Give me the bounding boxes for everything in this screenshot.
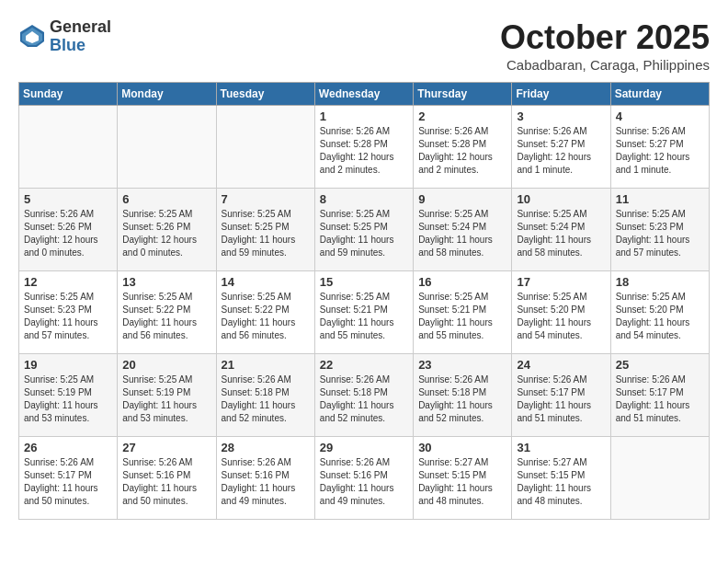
day-info: Sunrise: 5:26 AM Sunset: 5:16 PM Dayligh… xyxy=(320,456,408,508)
day-info: Sunrise: 5:25 AM Sunset: 5:24 PM Dayligh… xyxy=(517,208,605,259)
logo-icon xyxy=(18,23,46,51)
calendar-cell: 19Sunrise: 5:25 AM Sunset: 5:19 PM Dayli… xyxy=(19,354,118,437)
day-info: Sunrise: 5:26 AM Sunset: 5:16 PM Dayligh… xyxy=(122,456,210,508)
week-row-2: 5Sunrise: 5:26 AM Sunset: 5:26 PM Daylig… xyxy=(19,189,710,271)
week-row-1: 1Sunrise: 5:26 AM Sunset: 5:28 PM Daylig… xyxy=(19,106,710,189)
weekday-header-wednesday: Wednesday xyxy=(314,83,413,106)
calendar-cell: 24Sunrise: 5:26 AM Sunset: 5:17 PM Dayli… xyxy=(512,354,610,437)
calendar-cell: 8Sunrise: 5:25 AM Sunset: 5:25 PM Daylig… xyxy=(314,189,413,271)
logo-blue: Blue xyxy=(50,37,111,55)
day-info: Sunrise: 5:25 AM Sunset: 5:24 PM Dayligh… xyxy=(418,208,506,259)
calendar-table: SundayMondayTuesdayWednesdayThursdayFrid… xyxy=(18,82,710,520)
location: Cabadbaran, Caraga, Philippines xyxy=(500,57,710,73)
calendar-cell: 23Sunrise: 5:26 AM Sunset: 5:18 PM Dayli… xyxy=(414,354,512,437)
day-number: 8 xyxy=(320,192,408,206)
day-info: Sunrise: 5:26 AM Sunset: 5:27 PM Dayligh… xyxy=(616,125,704,177)
calendar-cell: 29Sunrise: 5:26 AM Sunset: 5:16 PM Dayli… xyxy=(314,437,413,520)
logo-text: General Blue xyxy=(50,18,111,55)
calendar-cell: 20Sunrise: 5:25 AM Sunset: 5:19 PM Dayli… xyxy=(118,354,216,437)
day-info: Sunrise: 5:26 AM Sunset: 5:16 PM Dayligh… xyxy=(222,456,310,508)
day-number: 20 xyxy=(122,358,210,372)
logo: General Blue xyxy=(18,18,111,55)
day-info: Sunrise: 5:25 AM Sunset: 5:23 PM Dayligh… xyxy=(616,208,704,259)
day-number: 13 xyxy=(122,275,210,289)
day-number: 4 xyxy=(616,109,704,123)
day-info: Sunrise: 5:26 AM Sunset: 5:18 PM Dayligh… xyxy=(320,373,408,425)
calendar-cell: 21Sunrise: 5:26 AM Sunset: 5:18 PM Dayli… xyxy=(216,354,314,437)
calendar-cell: 7Sunrise: 5:25 AM Sunset: 5:25 PM Daylig… xyxy=(216,189,314,271)
day-number: 30 xyxy=(418,441,506,454)
day-number: 28 xyxy=(222,441,310,454)
weekday-header-thursday: Thursday xyxy=(414,83,512,106)
day-number: 2 xyxy=(418,109,506,123)
day-info: Sunrise: 5:25 AM Sunset: 5:25 PM Dayligh… xyxy=(222,208,310,259)
day-number: 23 xyxy=(418,358,506,372)
day-number: 21 xyxy=(222,358,310,372)
calendar-cell: 10Sunrise: 5:25 AM Sunset: 5:24 PM Dayli… xyxy=(512,189,610,271)
day-info: Sunrise: 5:26 AM Sunset: 5:28 PM Dayligh… xyxy=(320,125,408,177)
weekday-header-tuesday: Tuesday xyxy=(216,83,314,106)
day-info: Sunrise: 5:25 AM Sunset: 5:20 PM Dayligh… xyxy=(616,291,704,342)
weekday-header-friday: Friday xyxy=(512,83,610,106)
calendar-cell xyxy=(118,106,216,189)
title-block: October 2025 Cabadbaran, Caraga, Philipp… xyxy=(500,18,710,73)
day-number: 17 xyxy=(517,275,605,289)
calendar-cell: 11Sunrise: 5:25 AM Sunset: 5:23 PM Dayli… xyxy=(610,189,709,271)
calendar-cell: 3Sunrise: 5:26 AM Sunset: 5:27 PM Daylig… xyxy=(512,106,610,189)
calendar-cell xyxy=(216,106,314,189)
calendar-cell: 26Sunrise: 5:26 AM Sunset: 5:17 PM Dayli… xyxy=(19,437,118,520)
day-number: 19 xyxy=(24,358,112,372)
weekday-header-monday: Monday xyxy=(118,83,216,106)
calendar-cell: 4Sunrise: 5:26 AM Sunset: 5:27 PM Daylig… xyxy=(610,106,709,189)
weekday-header-row: SundayMondayTuesdayWednesdayThursdayFrid… xyxy=(19,83,710,106)
calendar-cell: 12Sunrise: 5:25 AM Sunset: 5:23 PM Dayli… xyxy=(19,271,118,354)
day-info: Sunrise: 5:25 AM Sunset: 5:19 PM Dayligh… xyxy=(24,373,112,425)
calendar-cell: 9Sunrise: 5:25 AM Sunset: 5:24 PM Daylig… xyxy=(414,189,512,271)
weekday-header-sunday: Sunday xyxy=(19,83,118,106)
day-info: Sunrise: 5:26 AM Sunset: 5:17 PM Dayligh… xyxy=(517,373,605,425)
day-number: 14 xyxy=(222,275,310,289)
day-number: 6 xyxy=(122,192,210,206)
day-info: Sunrise: 5:26 AM Sunset: 5:28 PM Dayligh… xyxy=(418,125,506,177)
day-number: 3 xyxy=(517,109,605,123)
day-number: 15 xyxy=(320,275,408,289)
day-number: 26 xyxy=(24,441,112,454)
day-info: Sunrise: 5:25 AM Sunset: 5:25 PM Dayligh… xyxy=(320,208,408,259)
day-number: 18 xyxy=(616,275,704,289)
calendar-cell xyxy=(19,106,118,189)
week-row-5: 26Sunrise: 5:26 AM Sunset: 5:17 PM Dayli… xyxy=(19,437,710,520)
day-number: 7 xyxy=(222,192,310,206)
logo-general: General xyxy=(50,18,111,37)
day-info: Sunrise: 5:26 AM Sunset: 5:26 PM Dayligh… xyxy=(24,208,112,259)
calendar-cell: 16Sunrise: 5:25 AM Sunset: 5:21 PM Dayli… xyxy=(414,271,512,354)
calendar-cell: 14Sunrise: 5:25 AM Sunset: 5:22 PM Dayli… xyxy=(216,271,314,354)
day-number: 29 xyxy=(320,441,408,454)
day-number: 22 xyxy=(320,358,408,372)
calendar-cell: 15Sunrise: 5:25 AM Sunset: 5:21 PM Dayli… xyxy=(314,271,413,354)
day-info: Sunrise: 5:26 AM Sunset: 5:18 PM Dayligh… xyxy=(222,373,310,425)
day-info: Sunrise: 5:26 AM Sunset: 5:27 PM Dayligh… xyxy=(517,125,605,177)
month-title: October 2025 xyxy=(500,18,710,57)
day-number: 25 xyxy=(616,358,704,372)
calendar-cell: 30Sunrise: 5:27 AM Sunset: 5:15 PM Dayli… xyxy=(414,437,512,520)
day-number: 24 xyxy=(517,358,605,372)
day-number: 31 xyxy=(517,441,605,454)
day-info: Sunrise: 5:26 AM Sunset: 5:17 PM Dayligh… xyxy=(24,456,112,508)
calendar-cell xyxy=(610,437,709,520)
day-info: Sunrise: 5:25 AM Sunset: 5:23 PM Dayligh… xyxy=(24,291,112,342)
weekday-header-saturday: Saturday xyxy=(610,83,709,106)
day-info: Sunrise: 5:25 AM Sunset: 5:21 PM Dayligh… xyxy=(418,291,506,342)
day-info: Sunrise: 5:25 AM Sunset: 5:20 PM Dayligh… xyxy=(517,291,605,342)
calendar-cell: 5Sunrise: 5:26 AM Sunset: 5:26 PM Daylig… xyxy=(19,189,118,271)
day-info: Sunrise: 5:25 AM Sunset: 5:22 PM Dayligh… xyxy=(222,291,310,342)
calendar-cell: 17Sunrise: 5:25 AM Sunset: 5:20 PM Dayli… xyxy=(512,271,610,354)
day-info: Sunrise: 5:26 AM Sunset: 5:18 PM Dayligh… xyxy=(418,373,506,425)
calendar-cell: 6Sunrise: 5:25 AM Sunset: 5:26 PM Daylig… xyxy=(118,189,216,271)
calendar-cell: 18Sunrise: 5:25 AM Sunset: 5:20 PM Dayli… xyxy=(610,271,709,354)
calendar-cell: 13Sunrise: 5:25 AM Sunset: 5:22 PM Dayli… xyxy=(118,271,216,354)
day-info: Sunrise: 5:27 AM Sunset: 5:15 PM Dayligh… xyxy=(418,456,506,508)
calendar-cell: 31Sunrise: 5:27 AM Sunset: 5:15 PM Dayli… xyxy=(512,437,610,520)
day-info: Sunrise: 5:26 AM Sunset: 5:17 PM Dayligh… xyxy=(616,373,704,425)
day-number: 9 xyxy=(418,192,506,206)
calendar-cell: 1Sunrise: 5:26 AM Sunset: 5:28 PM Daylig… xyxy=(314,106,413,189)
